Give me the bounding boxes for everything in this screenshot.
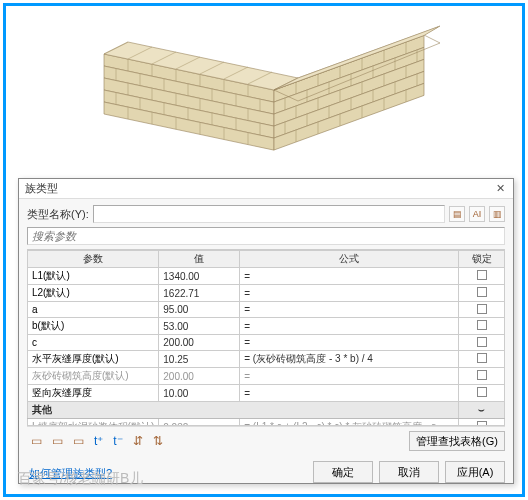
type-name-label: 类型名称(Y): [27, 207, 89, 222]
type-name-input[interactable] [93, 205, 445, 223]
lock-checkbox [477, 387, 487, 397]
table-row: b(默认)53.00= [28, 318, 505, 335]
table-row: L1(默认)1340.00= [28, 268, 505, 285]
lock-checkbox [477, 304, 487, 314]
wall-3d-preview [6, 6, 522, 176]
lock-checkbox [477, 353, 487, 363]
dialog-titlebar[interactable]: 族类型 ✕ [19, 179, 513, 199]
table-row: a95.00= [28, 302, 505, 318]
lock-checkbox [477, 320, 487, 330]
wall-svg [84, 16, 444, 166]
param-add-icon[interactable]: ▭ [31, 434, 42, 448]
table-row: L2(默认)1622.71= [28, 285, 505, 302]
section-row: 其他⌣ [28, 402, 505, 419]
close-icon[interactable]: ✕ [493, 182, 507, 196]
lock-checkbox [477, 270, 487, 280]
new-type-icon[interactable]: ▤ [449, 206, 465, 222]
lock-checkbox [477, 337, 487, 347]
col-parameter[interactable]: 参数 [28, 251, 159, 268]
table-row: 水平灰缝厚度(默认)10.25= (灰砂砖砌筑高度 - 3 * b) / 4 [28, 351, 505, 368]
parameters-grid[interactable]: 参数 值 公式 锁定 L1(默认)1340.00= L2(默认)1622.71=… [27, 249, 505, 426]
ok-button[interactable]: 确定 [313, 461, 373, 483]
rename-type-icon[interactable]: AI [469, 206, 485, 222]
lock-checkbox [477, 287, 487, 297]
table-row: c200.00= [28, 335, 505, 351]
family-types-dialog: 族类型 ✕ 类型名称(Y): ▤ AI ▥ 参数 值 公 [18, 178, 514, 484]
table-row: 灰砂砖砌筑高度(默认)200.00= [28, 368, 505, 385]
col-lock[interactable]: 锁定 [459, 251, 505, 268]
move-up-icon[interactable]: t⁺ [94, 434, 103, 448]
col-value[interactable]: 值 [159, 251, 240, 268]
sort-asc-icon[interactable]: ⇵ [133, 434, 143, 448]
manage-lookup-button[interactable]: 管理查找表格(G) [409, 431, 505, 451]
table-row: L墙底部水泥砂浆体积(默认)0.032= (L1 * c + (L2 - c) … [28, 419, 505, 427]
lock-checkbox [477, 370, 487, 380]
param-modify-icon[interactable]: ▭ [52, 434, 63, 448]
move-down-icon[interactable]: t⁻ [113, 434, 122, 448]
apply-button[interactable]: 应用(A) [445, 461, 505, 483]
table-row: 竖向灰缝厚度10.00= [28, 385, 505, 402]
col-formula[interactable]: 公式 [240, 251, 459, 268]
cancel-button[interactable]: 取消 [379, 461, 439, 483]
search-input[interactable] [27, 227, 505, 245]
dialog-title: 族类型 [25, 181, 58, 196]
sort-desc-icon[interactable]: ⇅ [153, 434, 163, 448]
param-delete-icon[interactable]: ▭ [73, 434, 84, 448]
help-link[interactable]: 如何管理族类型? [27, 464, 112, 481]
delete-type-icon[interactable]: ▥ [489, 206, 505, 222]
